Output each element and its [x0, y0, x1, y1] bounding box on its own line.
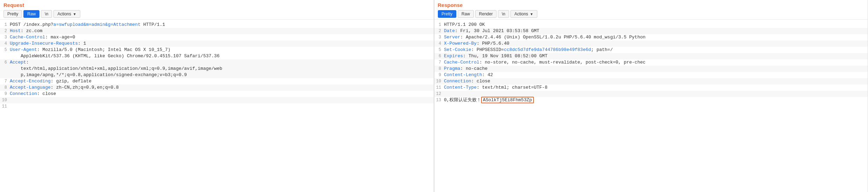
request-pretty-button[interactable]: Pretty	[3, 10, 22, 18]
table-row: 2Host: zc.com	[0, 28, 434, 34]
line-content: Set-Cookie: PHPSESSID=cc8dc5d7dfe9da7447…	[444, 47, 868, 53]
line-number: 4	[0, 40, 10, 47]
table-row: 11Content-Type: text/html; charset=UTF-8	[434, 84, 868, 91]
line-number: 2	[0, 28, 10, 34]
line-content: Accept-Encoding: gzip, deflate	[10, 78, 434, 84]
response-render-button[interactable]: Render	[475, 10, 496, 18]
line-content: Host: zc.com	[10, 28, 434, 34]
table-row: 6Expires: Thu, 19 Nov 1981 08:52:00 GMT	[434, 53, 868, 59]
line-content: Date: Fri, 30 Jul 2021 03:53:58 GMT	[444, 28, 868, 34]
line-content: POST /index.php?a=swfupload&m=admin&g=At…	[10, 22, 434, 28]
response-code-area: 1HTTP/1.1 200 OK2Date: Fri, 30 Jul 2021 …	[434, 20, 868, 192]
line-content: Connection: close	[10, 91, 434, 97]
table-row: 5Set-Cookie: PHPSESSID=cc8dc5d7dfe9da744…	[434, 47, 868, 53]
line-number	[0, 53, 10, 59]
response-toolbar: Pretty Raw Render \n Actions ▼	[438, 10, 865, 18]
line-content: Content-Length: 42	[444, 72, 868, 78]
line-content: Cache-Control: no-store, no-cache, must-…	[444, 59, 868, 66]
line-number: 3	[0, 34, 10, 40]
request-actions-button[interactable]: Actions ▼	[53, 10, 80, 18]
table-row: 9Connection: close	[0, 91, 434, 97]
line-content: User-Agent: Mozilla/5.0 (Macintosh; Inte…	[10, 47, 434, 53]
line-content: AppleWebKit/537.36 (KHTML, like Gecko) C…	[10, 53, 434, 59]
line-number: 2	[434, 28, 444, 34]
line-number: 7	[0, 78, 10, 84]
request-code-area: 1POST /index.php?a=swfupload&m=admin&g=A…	[0, 20, 434, 192]
line-content: Upgrade-Insecure-Requests: 1	[10, 40, 434, 47]
table-row: 10	[0, 97, 434, 103]
line-number: 5	[0, 47, 10, 53]
line-number: 13	[434, 97, 444, 103]
response-title: Response	[438, 2, 865, 8]
table-row: 8Accept-Language: zh-CN,zh;q=0.9,en;q=0.…	[0, 84, 434, 91]
line-content: Accept-Language: zh-CN,zh;q=0.9,en;q=0.8	[10, 84, 434, 91]
line-content: text/html,application/xhtml+xml,applicat…	[10, 66, 434, 72]
line-content	[10, 103, 434, 110]
line-number	[0, 72, 10, 78]
line-number: 1	[0, 22, 10, 28]
table-row: 6Accept:	[0, 59, 434, 66]
table-row: 130,权限认证失败！ASolkTj5Ei8Fhm53Zp	[434, 97, 868, 103]
highlighted-token: ASolkTj5Ei8Fhm53Zp	[481, 97, 534, 103]
table-row: 5User-Agent: Mozilla/5.0 (Macintosh; Int…	[0, 47, 434, 53]
line-number: 11	[434, 84, 444, 91]
line-number: 6	[434, 53, 444, 59]
line-content: Accept:	[10, 59, 434, 66]
table-row: text/html,application/xhtml+xml,applicat…	[0, 66, 434, 72]
table-row: 4Upgrade-Insecure-Requests: 1	[0, 40, 434, 47]
line-content	[10, 97, 434, 103]
line-content: p,image/apng,*/*;q=0.8,application/signe…	[10, 72, 434, 78]
line-number: 8	[434, 66, 444, 72]
line-number: 7	[434, 59, 444, 66]
response-pretty-button[interactable]: Pretty	[438, 10, 456, 18]
table-row: 9Content-Length: 42	[434, 72, 868, 78]
table-row: 3Cache-Control: max-age=0	[0, 34, 434, 40]
table-row: 8Pragma: no-cache	[434, 66, 868, 72]
line-content	[444, 91, 868, 97]
line-content: Pragma: no-cache	[444, 66, 868, 72]
response-actions-button[interactable]: Actions ▼	[510, 10, 537, 18]
chevron-down-icon: ▼	[73, 12, 76, 16]
line-content: Expires: Thu, 19 Nov 1981 08:52:00 GMT	[444, 53, 868, 59]
table-row: 3Server: Apache/2.4.46 (Unix) OpenSSL/1.…	[434, 34, 868, 40]
chevron-down-icon: ▼	[530, 12, 534, 16]
line-content: X-Powered-By: PHP/5.6.40	[444, 40, 868, 47]
response-header: Response Pretty Raw Render \n Actions ▼	[434, 0, 868, 20]
line-content: Content-Type: text/html; charset=UTF-8	[444, 84, 868, 91]
request-header: Request Pretty Raw \n Actions ▼	[0, 0, 434, 20]
response-panel: Response Pretty Raw Render \n Actions ▼ …	[434, 0, 868, 192]
table-row: 4X-Powered-By: PHP/5.6.40	[434, 40, 868, 47]
line-number: 12	[434, 91, 444, 97]
line-number: 6	[0, 59, 10, 66]
response-n-button[interactable]: \n	[498, 10, 509, 18]
request-raw-button[interactable]: Raw	[23, 10, 39, 18]
line-number	[0, 66, 10, 72]
table-row: 7Accept-Encoding: gzip, deflate	[0, 78, 434, 84]
line-number: 9	[0, 91, 10, 97]
table-row: p,image/apng,*/*;q=0.8,application/signe…	[0, 72, 434, 78]
line-number: 3	[434, 34, 444, 40]
request-n-button[interactable]: \n	[41, 10, 52, 18]
line-number: 11	[0, 103, 10, 110]
table-row: 10Connection: close	[434, 78, 868, 84]
line-content: Connection: close	[444, 78, 868, 84]
line-number: 10	[434, 78, 444, 84]
request-toolbar: Pretty Raw \n Actions ▼	[3, 10, 430, 18]
line-number: 5	[434, 47, 444, 53]
line-content: Cache-Control: max-age=0	[10, 34, 434, 40]
line-number: 8	[0, 84, 10, 91]
table-row: 11	[0, 103, 434, 110]
table-row: 2Date: Fri, 30 Jul 2021 03:53:58 GMT	[434, 28, 868, 34]
line-number: 9	[434, 72, 444, 78]
line-number: 4	[434, 40, 444, 47]
request-panel: Request Pretty Raw \n Actions ▼ 1POST /i…	[0, 0, 434, 192]
response-raw-button[interactable]: Raw	[458, 10, 474, 18]
line-number: 1	[434, 22, 444, 28]
line-content: Server: Apache/2.4.46 (Unix) OpenSSL/1.0…	[444, 34, 868, 40]
table-row: 7Cache-Control: no-store, no-cache, must…	[434, 59, 868, 66]
line-number: 10	[0, 97, 10, 103]
line-content: HTTP/1.1 200 OK	[444, 22, 868, 28]
table-row: 1HTTP/1.1 200 OK	[434, 22, 868, 28]
table-row: AppleWebKit/537.36 (KHTML, like Gecko) C…	[0, 53, 434, 59]
line-content: 0,权限认证失败！ASolkTj5Ei8Fhm53Zp	[444, 97, 868, 103]
